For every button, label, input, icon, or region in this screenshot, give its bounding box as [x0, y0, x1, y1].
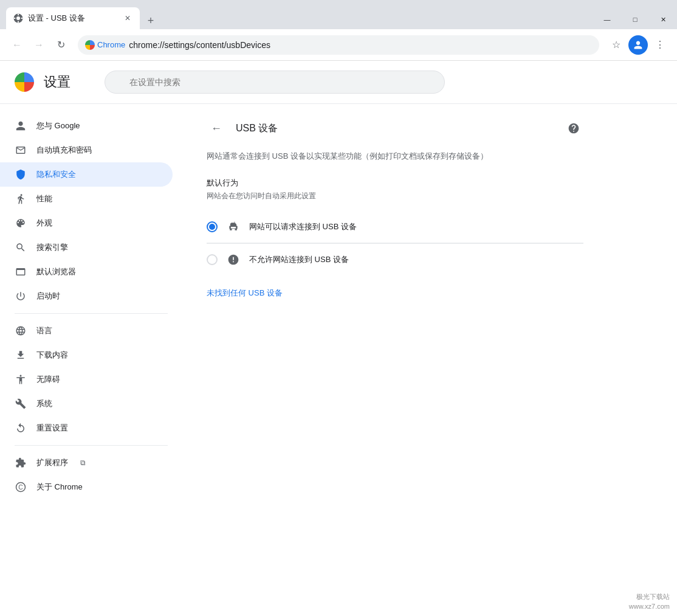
url-text: chrome://settings/content/usbDevices: [129, 40, 592, 50]
usb-block-icon: [227, 254, 239, 266]
back-button[interactable]: ←: [207, 119, 226, 138]
section-subtitle: 网站会在您访问时自动采用此设置: [207, 191, 583, 201]
reset-icon: [15, 422, 27, 434]
radio-option-block[interactable]: 不允许网站连接到 USB 设备: [207, 244, 583, 275]
sidebar-label-privacy: 隐私和安全: [36, 169, 76, 180]
chrome-logo-small: [85, 40, 95, 50]
radio-allow-circle: [207, 221, 218, 232]
sidebar-label-system: 系统: [36, 398, 52, 409]
sidebar-item-google[interactable]: 您与 Google: [0, 114, 173, 138]
url-favicon: Chrome: [85, 40, 125, 50]
svg-point-1: [16, 16, 20, 20]
forward-button[interactable]: →: [29, 35, 49, 55]
svg-rect-4: [14, 18, 16, 19]
external-link-icon: ⧉: [80, 459, 86, 467]
sidebar-label-language: 语言: [36, 325, 52, 336]
search-input[interactable]: [105, 71, 445, 94]
url-browser-label: Chrome: [97, 40, 125, 49]
watermark: 极光下载站 www.xz7.com: [629, 592, 670, 611]
help-button[interactable]: [564, 119, 583, 138]
sidebar-label-extensions: 扩展程序: [36, 457, 68, 468]
sidebar-divider-1: [15, 313, 168, 314]
svg-rect-5: [21, 18, 23, 19]
sidebar-item-default-browser[interactable]: 默认浏览器: [0, 260, 173, 284]
back-button[interactable]: ←: [7, 35, 27, 55]
extensions-icon: [15, 457, 27, 469]
url-bar[interactable]: Chrome chrome://settings/content/usbDevi…: [78, 35, 599, 55]
sidebar-label-accessibility: 无障碍: [36, 374, 60, 385]
settings-title: 设置: [44, 73, 70, 91]
sidebar-item-autofill[interactable]: 自动填充和密码: [0, 138, 173, 162]
sidebar-label-reset: 重置设置: [36, 423, 68, 434]
sidebar-label-performance: 性能: [36, 193, 52, 204]
sidebar-label-startup: 启动时: [36, 291, 60, 302]
radio-option-allow[interactable]: 网站可以请求连接到 USB 设备: [207, 211, 583, 243]
radio-block-label: 不允许网站连接到 USB 设备: [249, 254, 349, 265]
close-button[interactable]: ✕: [649, 10, 677, 29]
sidebar-item-performance[interactable]: 性能: [0, 187, 173, 211]
default-behavior-section: 默认行为 网站会在您访问时自动采用此设置 网站可以请求连接到 USB 设备: [207, 178, 583, 275]
sidebar-label-search: 搜索引擎: [36, 242, 68, 253]
svg-rect-3: [18, 21, 19, 23]
new-tab-button[interactable]: +: [142, 12, 159, 29]
radio-allow-inner: [209, 224, 215, 230]
sidebar-item-extensions[interactable]: 扩展程序 ⧉: [0, 451, 173, 475]
settings-header: 设置 🔍: [0, 61, 677, 104]
sidebar-label-google: 您与 Google: [36, 120, 80, 131]
sidebar-label-about: 关于 Chrome: [36, 482, 83, 493]
download-icon: [15, 349, 27, 361]
sidebar-label-appearance: 外观: [36, 218, 52, 229]
tab-title: 设置 - USB 设备: [28, 13, 118, 24]
svg-text:C: C: [18, 483, 23, 491]
menu-button[interactable]: ⋮: [650, 35, 670, 55]
radio-allow-label: 网站可以请求连接到 USB 设备: [249, 221, 357, 232]
sidebar-item-appearance[interactable]: 外观: [0, 211, 173, 235]
profile-button[interactable]: [628, 35, 648, 55]
sidebar-item-privacy[interactable]: 隐私和安全: [0, 162, 173, 187]
empty-state-text: 未找到任何 USB 设备: [207, 288, 583, 299]
sidebar-item-system[interactable]: 系统: [0, 392, 173, 416]
usb-allow-icon: [227, 221, 239, 233]
browser-icon: [15, 266, 27, 278]
reload-button[interactable]: ↻: [51, 35, 70, 55]
sidebar-item-reset[interactable]: 重置设置: [0, 416, 173, 440]
page-title: USB 设备: [236, 122, 390, 135]
sidebar-label-default-browser: 默认浏览器: [36, 266, 76, 277]
sidebar-item-search[interactable]: 搜索引擎: [0, 235, 173, 260]
sidebar-item-downloads[interactable]: 下载内容: [0, 343, 173, 367]
performance-icon: [15, 193, 27, 205]
system-icon: [15, 398, 27, 410]
section-title: 默认行为: [207, 178, 583, 189]
bookmark-button[interactable]: ☆: [607, 35, 626, 55]
sidebar-item-startup[interactable]: 启动时: [0, 284, 173, 308]
language-icon: [15, 325, 27, 337]
accessibility-icon: [15, 373, 27, 386]
maximize-button[interactable]: □: [621, 10, 649, 29]
sidebar: 您与 Google 自动填充和密码 隐私和安全: [0, 104, 182, 616]
sidebar-label-downloads: 下载内容: [36, 350, 68, 361]
svg-rect-2: [18, 14, 19, 16]
description-text: 网站通常会连接到 USB 设备以实现某些功能（例如打印文档或保存到存储设备）: [207, 150, 583, 163]
watermark-line2: www.xz7.com: [629, 602, 670, 611]
about-icon: C: [15, 481, 27, 493]
content-area: ← USB 设备 网站通常会连接到 USB 设备以实现某些功能（例如打印文档或保…: [182, 104, 677, 616]
shield-icon: [15, 168, 27, 181]
watermark-line1: 极光下载站: [629, 592, 670, 601]
person-icon: [15, 120, 27, 132]
tab-close-button[interactable]: ✕: [123, 13, 132, 23]
chrome-logo: [15, 72, 34, 92]
address-bar: ← → ↻ Chrome chrome://settings/content/u…: [0, 29, 677, 61]
sidebar-item-about[interactable]: C 关于 Chrome: [0, 475, 173, 499]
autofill-icon: [15, 144, 27, 156]
search-engine-icon: [15, 241, 27, 254]
minimize-button[interactable]: —: [593, 10, 621, 29]
search-box: 🔍: [105, 71, 445, 94]
page-header: ← USB 设备: [207, 119, 583, 138]
sidebar-label-autofill: 自动填充和密码: [36, 145, 92, 156]
radio-block-circle: [207, 254, 218, 265]
appearance-icon: [15, 217, 27, 229]
active-tab[interactable]: 设置 - USB 设备 ✕: [6, 7, 140, 29]
sidebar-item-accessibility[interactable]: 无障碍: [0, 367, 173, 392]
sidebar-item-language[interactable]: 语言: [0, 319, 173, 343]
sidebar-divider-2: [15, 445, 168, 446]
